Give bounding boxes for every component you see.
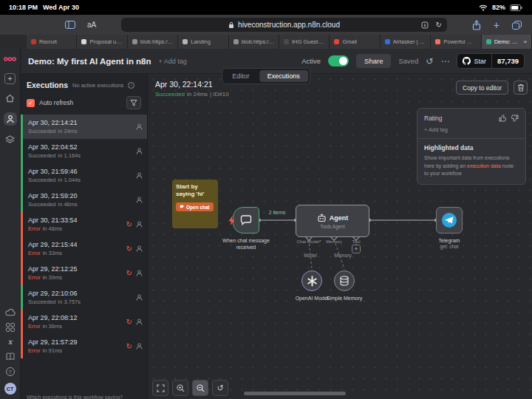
zoom-out-button[interactable] [192,380,208,396]
github-star-widget[interactable]: Star 87,739 [457,53,525,69]
new-tab-icon[interactable]: + [494,20,499,30]
browser-tab[interactable]: Recruit [27,35,77,49]
sidebar-toggle-icon[interactable] [65,21,75,29]
robot-icon [317,214,327,222]
zoom-in-button[interactable] [172,380,188,396]
tab-executions[interactable]: Executions [259,70,308,82]
reset-zoom-button[interactable]: ↺ [212,380,228,396]
connection-items-label: 2 items [255,210,299,215]
filter-button[interactable] [126,96,141,109]
add-tool-button[interactable]: + [352,245,361,253]
execution-list-item[interactable]: Apr 29, 22:08:12 Errorin 36ms ↻ [21,310,147,334]
personal-icon[interactable] [4,112,17,126]
retry-icon[interactable]: ↻ [126,343,132,350]
execution-status-text: Succeededin 3.757s [28,299,136,305]
variables-icon[interactable]: x [8,338,13,346]
retry-icon[interactable]: ↻ [126,270,132,277]
docs-icon[interactable] [6,352,15,361]
browser-tab[interactable]: Demo: M... × [482,35,532,49]
browser-tab[interactable]: Airtasker | Ai... [381,35,431,49]
retry-icon[interactable]: ↻ [126,245,132,253]
memory-link-label: Memory [328,253,358,258]
projects-icon[interactable] [5,135,15,144]
execution-mode-icon [136,221,143,228]
execution-status-bar [21,261,23,285]
delete-execution-button[interactable] [514,81,528,95]
browser-tab[interactable]: Powerful Wo... [431,35,481,49]
execution-list-item[interactable]: Apr 30, 22:14:21 Succeededin 24ms [21,115,147,139]
help-icon[interactable]: ? [6,367,15,376]
active-toggle[interactable] [328,55,349,66]
save-settings-link[interactable]: Which executions is this workflow saving… [27,395,123,399]
memory-node-label: Simple Memory [316,295,372,301]
retry-icon[interactable]: ↻ [126,318,132,326]
simple-memory-node[interactable] [334,270,355,291]
execution-mode-icon [136,148,143,154]
open-chat-button[interactable]: Open chat [176,202,214,211]
thumbs-up-icon[interactable] [499,115,506,122]
clock-date: Wed Apr 30 [43,4,79,11]
openai-model-node[interactable] [301,270,322,291]
tab-close-icon[interactable]: × [523,38,527,45]
telegram-node[interactable] [436,207,463,233]
history-icon[interactable]: ↺ [426,57,433,66]
execution-duration: in 24ms [187,91,208,98]
execution-list-item[interactable]: Apr 29, 22:15:44 Errorin 33ms ↻ [21,236,147,261]
home-icon[interactable] [5,94,15,103]
retry-icon[interactable]: ↻ [126,221,132,228]
auto-refresh-label: Auto refresh [39,99,73,106]
execution-list-item[interactable]: Apr 29, 21:57:29 Errorin 91ms ↻ [21,334,147,358]
browser-tab[interactable]: Landing [178,35,228,49]
tab-label: blob:https://... [242,38,274,45]
execution-list-item[interactable]: Apr 30, 21:33:54 Errorin 48ms ↻ [21,212,147,236]
execution-list-item[interactable]: Apr 30, 22:04:52 Succeededin 1.164s [21,139,147,163]
thumbs-down-icon[interactable] [511,115,519,122]
execution-list-item[interactable]: Apr 30, 21:59:46 Succeededin 1.044s [21,163,147,188]
executions-list: Apr 30, 22:14:21 Succeededin 24ms Apr 30… [21,115,147,358]
templates-icon[interactable] [6,323,15,332]
execution-info-card: Rating + Add tag Highlighted data Show i… [417,108,526,185]
fit-view-button[interactable] [152,380,168,396]
more-menu-icon[interactable]: ⋯ [440,57,449,66]
screen: 10:18 PM Wed Apr 30 82% aA hiveconstruct… [0,0,532,399]
execution-list-item[interactable]: Apr 29, 22:12:25 Errorin 39ms ↻ [21,261,147,285]
sticky-note-title: Start by saying 'hi' [176,183,214,198]
page-actions-icon[interactable] [421,21,429,29]
browser-tab[interactable]: IHG Guest P... [279,35,330,49]
browser-tab[interactable]: Gmail [330,35,380,49]
sticky-note[interactable]: Start by saying 'hi' Open chat [172,180,218,228]
execution-mode-icon [136,172,143,179]
share-button[interactable]: Share [356,54,391,68]
workflow-title[interactable]: Demo: My first AI Agent in n8n [28,57,151,66]
tab-overview-icon[interactable] [512,21,522,30]
share-icon[interactable] [472,20,481,30]
execution-mode-icon [136,245,143,252]
execution-date: Apr 30, 21:33:54 [28,216,126,224]
browser-tab[interactable]: blob:https://... [229,35,279,49]
browser-tab[interactable]: Proposal un... [77,35,127,49]
status-bar: 10:18 PM Wed Apr 30 82% [0,0,532,15]
telegram-node-label: Telegram get: chat [418,237,480,250]
add-tag-button[interactable]: + Add tag [159,58,187,65]
execution-list-item[interactable]: Apr 29, 22:10:06 Succeededin 3.757s [21,285,147,310]
cloud-admin-icon[interactable] [5,309,16,316]
execution-mode-icon [136,318,143,325]
browser-tab[interactable]: blob:https://... [128,35,178,49]
reload-icon[interactable]: ↻ [435,21,441,29]
address-bar[interactable]: hiveconstruction.app.n8n.cloud ↻ [121,18,447,32]
telegram-operation: get: chat [418,244,480,250]
reader-mode-button[interactable]: aA [87,21,96,29]
port-tool: Tool [346,239,366,244]
horizontal-scrollbar[interactable] [244,392,346,395]
n8n-logo-icon[interactable] [4,55,16,64]
new-workflow-button[interactable]: + [4,73,16,84]
card-add-tag[interactable]: + Add tag [424,126,519,133]
agent-node[interactable]: Agent Tools Agent [296,205,369,237]
auto-refresh-checkbox[interactable]: ✓ [27,99,35,107]
tab-editor[interactable]: Editor [224,70,258,82]
user-avatar[interactable]: CT [4,383,16,395]
execution-list-item[interactable]: Apr 30, 21:59:20 Succeededin 46ms [21,188,147,212]
copy-to-editor-button[interactable]: Copy to editor [456,81,508,95]
workflow-canvas[interactable]: Apr 30, 22:14:21 Succeeded in 24ms | ID#… [148,74,532,399]
execution-mode-icon [136,197,143,203]
